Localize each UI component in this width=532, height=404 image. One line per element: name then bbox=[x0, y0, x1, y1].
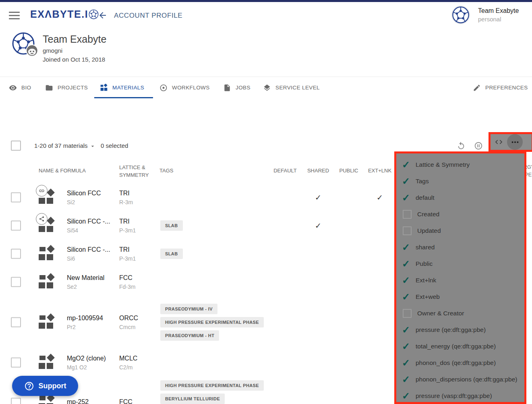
support-button[interactable]: Support bbox=[12, 376, 78, 396]
column-menu-list: Lattice & Symmetry Tags default Created … bbox=[396, 153, 524, 404]
menu-icon[interactable] bbox=[9, 12, 20, 19]
material-name[interactable]: New Material bbox=[67, 274, 118, 282]
tab-materials[interactable]: MATERIALS bbox=[100, 77, 144, 98]
tab-service-level[interactable]: SERVICE LEVEL bbox=[263, 77, 320, 98]
material-formula: Si54 bbox=[67, 227, 118, 234]
material-name[interactable]: mp-252 bbox=[67, 398, 118, 404]
checkbox-icon bbox=[403, 210, 412, 219]
column-menu-item[interactable]: Lattice & Symmetry bbox=[396, 156, 524, 173]
replay-icon[interactable] bbox=[457, 141, 466, 150]
tab-jobs[interactable]: JOBS bbox=[223, 77, 250, 98]
app-window: EXΛBYTE.I ACCOUNT PROFILE Team Exabyte p… bbox=[0, 0, 532, 404]
column-menu-item[interactable]: Created bbox=[396, 206, 524, 222]
material-name[interactable]: mp-1009594 bbox=[67, 315, 118, 322]
col-tags[interactable]: TAGS bbox=[159, 168, 173, 174]
column-menu-item[interactable]: Public bbox=[396, 255, 524, 272]
tab-workflows[interactable]: WORKFLOWS bbox=[159, 77, 210, 98]
column-menu-item[interactable]: phonon_dos (qe:dft:gga:pbe) bbox=[396, 354, 524, 371]
help-icon bbox=[24, 381, 34, 391]
layers-icon bbox=[263, 84, 271, 92]
column-menu-item[interactable]: Ext+lnk bbox=[396, 272, 524, 288]
material-icon bbox=[39, 314, 57, 330]
filter-bar: + bbox=[0, 98, 532, 133]
column-menu-item[interactable]: pressure (vasp:dft:gga:pbe) bbox=[396, 387, 524, 404]
selected-count: 0 selected bbox=[101, 142, 128, 149]
profile-username: gmogni bbox=[43, 47, 62, 54]
col-default[interactable]: DEFAULT bbox=[273, 168, 297, 174]
tag-chip: PRASEODYMIUM - IV bbox=[160, 304, 217, 314]
share-badge-icon bbox=[36, 213, 48, 225]
lattice-type: FCC bbox=[119, 398, 157, 404]
checkbox-icon bbox=[402, 291, 416, 302]
document-icon bbox=[223, 84, 231, 92]
symmetry-group: P-3m1 bbox=[119, 255, 157, 262]
column-menu-item[interactable]: Ext+web bbox=[396, 288, 524, 305]
pause-icon[interactable] bbox=[474, 141, 483, 150]
column-menu-item[interactable]: Updated bbox=[396, 222, 524, 239]
row-checkbox[interactable] bbox=[11, 249, 21, 259]
app-header: EXΛBYTE.I ACCOUNT PROFILE Team Exabyte p… bbox=[0, 2, 532, 25]
workflow-icon bbox=[159, 84, 168, 92]
profile-section: Team Exabyte gmogni Joined on Oct 15, 20… bbox=[0, 25, 532, 77]
column-menu-item[interactable]: Tags bbox=[396, 173, 524, 189]
logo[interactable]: EXΛBYTE.I bbox=[30, 8, 99, 20]
row-checkbox[interactable] bbox=[11, 317, 21, 327]
col-name-formula[interactable]: NAME & FORMULA bbox=[39, 168, 86, 174]
tab-bio[interactable]: BIO bbox=[9, 77, 31, 98]
material-name[interactable]: Silicon FCC bbox=[67, 190, 118, 197]
column-menu-item[interactable]: default bbox=[396, 189, 524, 206]
eye-icon bbox=[9, 84, 17, 92]
material-formula: Mg1 O2 bbox=[67, 364, 118, 371]
col-extlnk[interactable]: EXT+LNK bbox=[368, 168, 391, 174]
code-icon[interactable] bbox=[495, 138, 503, 146]
folder-icon bbox=[45, 84, 53, 92]
symmetry-group: Fd-3m bbox=[119, 284, 157, 290]
more-options-button[interactable] bbox=[507, 134, 523, 150]
column-menu-item[interactable]: pressure (qe:dft:gga:pbe) bbox=[396, 321, 524, 338]
profile-name: Team Exabyte bbox=[43, 33, 106, 45]
material-name[interactable]: Silicon FCC -... bbox=[67, 246, 118, 253]
col-public[interactable]: PUBLIC bbox=[339, 168, 358, 174]
lattice-type: FCC bbox=[119, 274, 157, 282]
caret-down-icon[interactable] bbox=[89, 143, 96, 149]
account-name: Team Exabyte bbox=[478, 7, 526, 15]
account-switcher[interactable]: Team Exabyte personal bbox=[451, 6, 526, 24]
row-checkbox[interactable] bbox=[11, 358, 21, 368]
col-lattice-symmetry[interactable]: LATTICE & SYMMETRY bbox=[119, 164, 149, 179]
tab-projects[interactable]: PROJECTS bbox=[45, 77, 88, 98]
tag-chip: HIGH PRESSURE EXPERIMENTAL PHASE bbox=[160, 317, 264, 327]
row-checkbox[interactable] bbox=[11, 398, 21, 404]
column-menu-item[interactable]: total_energy (qe:dft:gga:pbe) bbox=[396, 338, 524, 354]
material-name[interactable]: Silicon FCC -... bbox=[67, 218, 118, 225]
face-badge-icon bbox=[26, 44, 38, 57]
preferences-button[interactable]: PREFERENCES bbox=[473, 77, 528, 98]
extlnk-check bbox=[377, 193, 383, 202]
checkbox-icon bbox=[402, 357, 416, 369]
material-icon bbox=[39, 354, 57, 371]
checkbox-icon bbox=[402, 258, 416, 269]
row-checkbox[interactable] bbox=[11, 221, 21, 231]
select-all-checkbox[interactable] bbox=[11, 141, 21, 151]
tag-chip: PRASEODYMIUM - HT bbox=[160, 330, 219, 341]
checkbox-icon bbox=[402, 242, 416, 253]
shared-check bbox=[315, 193, 321, 202]
logo-text: EXΛBYTE.I bbox=[30, 8, 88, 20]
back-icon[interactable] bbox=[98, 10, 108, 20]
lattice-type: TRI bbox=[119, 190, 157, 197]
lattice-type: ORCC bbox=[119, 315, 157, 322]
more-icon bbox=[511, 138, 520, 147]
lattice-type: MCLC bbox=[119, 355, 157, 362]
row-checkbox[interactable] bbox=[11, 277, 21, 287]
column-menu-item[interactable]: shared bbox=[396, 239, 524, 255]
pagination-range[interactable]: 1-20 of 37 materials bbox=[34, 142, 88, 149]
column-menu-item[interactable]: Owner & Creator bbox=[396, 305, 524, 321]
symmetry-group: C2/m bbox=[119, 364, 157, 371]
material-formula: Si2 bbox=[67, 199, 118, 205]
lattice-type: TRI bbox=[119, 246, 157, 253]
row-checkbox[interactable] bbox=[11, 193, 21, 203]
col-shared[interactable]: SHARED bbox=[307, 168, 329, 174]
checkbox-icon bbox=[402, 324, 416, 336]
column-menu-item[interactable]: phonon_dispersions (qe:dft:gga:pbe) bbox=[396, 371, 524, 387]
column-visibility-menu: Lattice & Symmetry Tags default Created … bbox=[394, 151, 526, 404]
material-name[interactable]: MgO2 (clone) bbox=[67, 355, 118, 362]
